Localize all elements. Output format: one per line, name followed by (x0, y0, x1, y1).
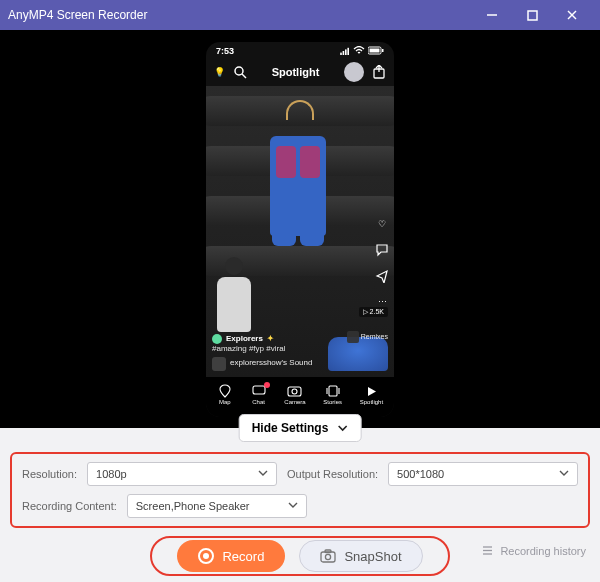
svg-point-21 (326, 554, 331, 559)
svg-rect-22 (325, 550, 331, 553)
search-icon (233, 65, 247, 79)
close-button[interactable] (552, 0, 592, 30)
nav-spotlight: Spotlight (360, 384, 383, 405)
snapshot-button[interactable]: SnapShot (299, 540, 422, 572)
battery-icon (368, 46, 384, 55)
view-count: ▷2.5K (359, 307, 388, 317)
channel-name: Explorers (226, 334, 263, 344)
camera-icon (287, 384, 303, 398)
resolution-value: 1080p (96, 468, 127, 480)
chevron-down-icon (336, 422, 348, 434)
action-row: Record SnapShot Recording history (0, 536, 600, 582)
minimize-button[interactable] (472, 0, 512, 30)
chat-icon (251, 384, 267, 398)
recording-content-value: Screen,Phone Speaker (136, 500, 250, 512)
app-title: AnyMP4 Screen Recorder (8, 8, 472, 22)
record-label: Record (222, 549, 264, 564)
remixes-badge: Remixes (347, 331, 388, 343)
hide-settings-button[interactable]: Hide Settings (239, 414, 362, 442)
hide-settings-label: Hide Settings (252, 421, 329, 435)
sound-name: explorersshow's Sound (230, 358, 312, 368)
chevron-down-icon (258, 468, 268, 480)
recording-content-select[interactable]: Screen,Phone Speaker (127, 494, 307, 518)
stories-icon (325, 384, 341, 398)
svg-rect-9 (370, 49, 380, 53)
svg-rect-1 (528, 11, 537, 20)
share-out-icon (372, 65, 386, 79)
svg-rect-4 (340, 52, 342, 54)
phone-time: 7:53 (216, 46, 234, 56)
video-overlay-info: Explorers ✦ #amazing #fyp #viral explore… (212, 334, 312, 371)
maximize-icon (527, 10, 538, 21)
nav-chat: Chat (251, 384, 267, 405)
svg-rect-14 (253, 386, 265, 394)
list-icon (481, 544, 494, 557)
chevron-down-icon (288, 500, 298, 512)
output-resolution-select[interactable]: 500*1080 (388, 462, 578, 486)
record-button[interactable]: Record (177, 540, 285, 572)
avatar (344, 62, 364, 82)
svg-rect-7 (347, 47, 349, 54)
nav-stories: Stories (323, 384, 342, 405)
svg-rect-20 (321, 552, 335, 562)
lightbulb-icon: 💡 (214, 67, 225, 77)
maximize-button[interactable] (512, 0, 552, 30)
close-icon (566, 9, 578, 21)
hashtags: #amazing #fyp #viral (212, 344, 312, 354)
sound-thumb (212, 357, 226, 371)
phone-tab-spotlight: Spotlight (255, 66, 336, 78)
heart-icon: ♡ (374, 216, 390, 232)
jeans-figure (270, 106, 330, 246)
minimize-icon (486, 9, 498, 21)
svg-rect-5 (343, 51, 345, 55)
svg-rect-17 (329, 386, 337, 396)
map-icon (217, 384, 233, 398)
snapshot-label: SnapShot (344, 549, 401, 564)
resolution-label: Resolution: (22, 468, 77, 480)
camera-icon (320, 549, 336, 563)
svg-point-16 (292, 389, 297, 394)
phone-bottom-nav: Map Chat Camera Stories Spotlight (206, 377, 394, 417)
signal-icon (340, 47, 350, 55)
star-icon: ✦ (267, 334, 274, 344)
svg-rect-6 (345, 49, 347, 55)
phone-video-content: ♡ ⋯ ▷2.5K Remixes Explorers ✦ #amazing #… (206, 86, 394, 377)
comment-icon (374, 242, 390, 258)
output-resolution-label: Output Resolution: (287, 468, 378, 480)
phone-status-bar: 7:53 (206, 42, 394, 58)
phone-top-bar: 💡 Spotlight (206, 58, 394, 86)
phone-mirror: 7:53 💡 Spotlight (206, 42, 394, 417)
output-resolution-value: 500*1080 (397, 468, 444, 480)
resolution-select[interactable]: 1080p (87, 462, 277, 486)
recording-history-link[interactable]: Recording history (481, 544, 586, 557)
preview-area: 7:53 💡 Spotlight (0, 30, 600, 428)
wifi-icon (353, 46, 365, 55)
nav-map: Map (217, 384, 233, 405)
chevron-down-icon (559, 468, 569, 480)
record-icon (198, 548, 214, 564)
play-icon (363, 384, 379, 398)
nav-camera: Camera (284, 384, 305, 405)
phone-status-icons (340, 46, 384, 55)
titlebar: AnyMP4 Screen Recorder (0, 0, 600, 30)
svg-rect-15 (288, 387, 301, 396)
share-icon (374, 268, 390, 284)
svg-point-11 (235, 67, 243, 75)
verified-dot-icon (212, 334, 222, 344)
svg-line-12 (242, 74, 246, 78)
settings-panel: Resolution: 1080p Output Resolution: 500… (10, 452, 590, 528)
phone-side-actions: ♡ ⋯ (374, 216, 390, 310)
app-window: AnyMP4 Screen Recorder 7:53 💡 (0, 0, 600, 582)
svg-rect-10 (382, 49, 384, 52)
history-label: Recording history (500, 545, 586, 557)
recording-content-label: Recording Content: (22, 500, 117, 512)
